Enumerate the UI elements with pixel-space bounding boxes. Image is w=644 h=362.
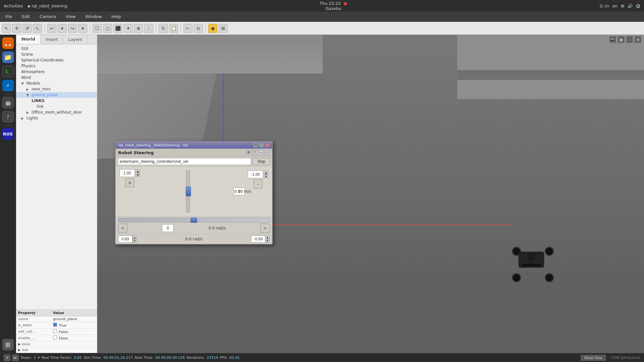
tree-links[interactable]: LINKS [16,98,97,104]
select-tool[interactable]: ↖ [2,24,11,33]
selfcoll-checkbox[interactable] [53,329,57,333]
tree-neor-mini[interactable]: ▶ neor_mini [16,86,97,92]
tree-scene[interactable]: Scene [16,51,97,57]
app-sidebar: 🦊 📁 $_ ⚡ 🤖 ? ROS ⊞ [0,35,16,353]
redo-btn[interactable]: ↪ [68,24,77,33]
dialog-help-btn[interactable]: ? [252,150,257,155]
dialog-close-btn[interactable]: ✕ [265,143,270,147]
tree-gui[interactable]: GUI [16,46,97,51]
speed-minus-btn[interactable]: - [253,180,262,189]
firefox-icon[interactable]: 🦊 [2,37,14,49]
dialog-titlebar-right: _ □ ✕ [253,143,270,147]
menu-help[interactable]: Help [109,14,123,20]
grid-app-icon[interactable]: ⊞ [2,339,14,350]
grid-tool[interactable]: ⊞ [219,24,228,33]
tab-world[interactable]: World [16,35,41,44]
dialog-dash-btn[interactable]: − [258,150,263,155]
viewport-camera-btn[interactable]: 📷 [609,36,616,43]
box-tool[interactable]: ☐ [93,24,102,33]
menu-edit[interactable]: Edit [20,14,32,20]
properties-table: Property Value name ground_plane is_stat… [16,310,97,353]
reset-time-btn[interactable]: Reset Time [581,355,606,361]
light-tool[interactable]: ✶ [124,24,133,33]
vscode-icon[interactable]: ⚡ [2,80,14,91]
left-val-up[interactable]: ▲ [133,236,137,239]
dialog-d-btn[interactable]: D [246,150,251,155]
tree-office-room[interactable]: ▶ Office_room_without_door [16,109,97,115]
viewport-grid-btn[interactable]: ▦ [618,36,625,43]
dialog-minimize-btn[interactable]: _ [253,143,258,147]
vertical-slider-thumb[interactable] [186,187,191,196]
left-val-down[interactable]: ▼ [133,239,137,243]
left-val-input[interactable] [118,236,132,243]
menu-window[interactable]: Window [83,14,104,20]
vertical-slider-track[interactable] [186,171,190,212]
rotate-tool[interactable]: ↺ [23,24,32,33]
gazebo-icon[interactable]: 🤖 [2,97,14,108]
speed-max-up[interactable]: ▲ [136,169,140,173]
stop-button[interactable]: Stop [252,158,270,165]
help-icon[interactable]: ? [2,111,14,123]
shelf-right [457,70,644,80]
pause-btn[interactable]: ⏸ [4,355,10,361]
horizontal-slider-track[interactable] [118,218,270,222]
speed-min-input[interactable] [248,171,263,178]
right-val-down[interactable]: ▼ [266,239,270,243]
undo-dropdown[interactable]: ▾ [58,24,67,33]
static-text: True [59,323,66,328]
topic-input[interactable] [118,158,251,165]
redo-dropdown[interactable]: ▾ [78,24,87,33]
light2-tool[interactable]: ⊕ [134,24,143,33]
tab-insert[interactable]: Insert [41,35,63,44]
steer-left-btn[interactable]: < [118,224,127,233]
viewport-layout-btn[interactable]: ⊞ [634,36,641,43]
tree-models[interactable]: ▼ Models [16,80,97,86]
steer-right-btn[interactable]: > [260,224,270,233]
highlight-tool[interactable]: ◉ [208,24,217,33]
speed-max-input[interactable] [119,169,135,177]
sphere-tool[interactable]: ○ [103,24,112,33]
tab-layers[interactable]: Layers [63,35,88,44]
paste-tool[interactable]: 📋 [169,24,178,33]
menu-camera[interactable]: Camera [38,14,58,20]
dialog-x-btn[interactable]: ○ [264,150,270,155]
align-tool[interactable]: ⊢ [184,24,193,33]
ros-icon[interactable]: ROS [2,128,14,140]
menu-view[interactable]: View [64,14,78,20]
snap-tool[interactable]: ⊙ [194,24,203,33]
prop-pose-row[interactable]: ▶ pose [16,341,97,347]
speed-min-up[interactable]: ▲ [264,171,268,174]
right-val-up[interactable]: ▲ [266,236,270,239]
cylinder-tool[interactable]: ⬛ [113,24,122,33]
translate-tool[interactable]: ✛ [12,24,21,33]
dialog-maximize-btn[interactable]: □ [259,143,264,147]
tree-link[interactable]: link [16,104,97,109]
scale-tool[interactable]: ⤡ [33,24,42,33]
files-icon[interactable]: 📁 [2,51,14,63]
viewport-more-btn[interactable]: ⋯ [626,36,633,43]
step-btn[interactable]: ⏭ [12,355,19,361]
mesh-tool[interactable]: ⋮ [144,24,153,33]
tree-ground-plane[interactable]: ▼ ground_plane [16,92,97,98]
steps-dropdown[interactable]: ▾ [38,356,40,360]
speed-min-down[interactable]: ▼ [264,174,268,178]
static-checkbox[interactable] [53,323,57,327]
terminal-icon[interactable]: $_ [2,66,14,77]
right-val-input[interactable] [251,236,265,243]
speed-plus-btn[interactable]: + [125,178,134,187]
tree-atmosphere[interactable]: Atmosphere [16,69,97,75]
tree-wind[interactable]: Wind [16,75,97,80]
viewport[interactable]: 📷 ▦ ⋯ ⊞ rqt_robot_steering__RobotSteerin… [97,35,644,353]
copy-tool[interactable]: ⎘ [159,24,168,33]
enable-checkbox[interactable] [53,336,57,339]
prop-selfcoll-key: self_coll... [16,329,51,335]
tree-physics[interactable]: Physics [16,63,97,69]
tree-lights[interactable]: ▶ Lights [16,115,97,121]
horizontal-slider-thumb[interactable] [191,218,197,223]
tree-spherical[interactable]: Spherical Coordinates [16,57,97,63]
speed-max-down[interactable]: ▼ [136,173,140,177]
menu-file[interactable]: File [3,14,14,20]
activities-label[interactable]: Activities [4,4,23,8]
prop-link-row[interactable]: ▶ link [16,347,97,353]
undo-btn[interactable]: ↩ [47,24,56,33]
